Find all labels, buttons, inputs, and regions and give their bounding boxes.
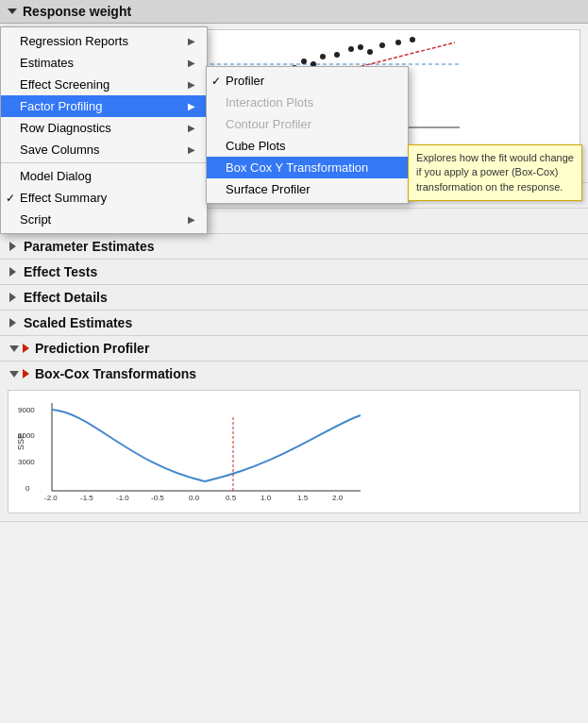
- arrow-icon: ▶: [188, 36, 195, 46]
- arrow-icon: ▶: [188, 79, 195, 90]
- menu-item-effect-summary[interactable]: ✓ Effect Summary: [1, 187, 207, 209]
- arrow-icon: ▶: [188, 58, 195, 68]
- arrow-icon: ▶: [188, 123, 195, 133]
- menu-item-effect-screening[interactable]: Effect Screening ▶: [1, 74, 207, 95]
- arrow-icon: ▶: [188, 214, 195, 225]
- tooltip-box: Explores how the fit would change if you…: [408, 144, 582, 201]
- submenu-item-surface-profiler[interactable]: Surface Profiler: [207, 178, 408, 200]
- submenu-item-contour-profiler[interactable]: Contour Profiler: [207, 113, 408, 135]
- menu-separator: [1, 162, 207, 163]
- menu-item-save-columns[interactable]: Save Columns ▶: [1, 139, 207, 160]
- context-menu: Regression Reports ▶ Estimates ▶ Effect …: [0, 26, 208, 234]
- menu-item-script[interactable]: Script ▶: [1, 209, 207, 230]
- checkmark-effect-summary: ✓: [6, 192, 15, 205]
- submenu-item-cube-plots[interactable]: Cube Plots: [207, 135, 408, 157]
- menu-item-model-dialog[interactable]: Model Dialog: [1, 165, 207, 187]
- checkmark-profiler: ✓: [211, 75, 221, 88]
- submenu-item-interaction-plots[interactable]: Interaction Plots: [207, 92, 408, 113]
- submenu-item-profiler[interactable]: ✓ Profiler: [207, 70, 408, 92]
- submenu-item-box-cox[interactable]: Box Cox Y Transformation: [207, 157, 408, 178]
- menu-item-row-diagnostics[interactable]: Row Diagnostics ▶: [1, 117, 207, 139]
- menu-item-estimates[interactable]: Estimates ▶: [1, 52, 207, 74]
- dropdown-overlay: Regression Reports ▶ Estimates ▶ Effect …: [0, 0, 588, 723]
- main-panel: Response weight 140 120 100 80 60 60 80 …: [0, 0, 588, 723]
- menu-item-factor-profiling[interactable]: Factor Profiling ▶: [1, 95, 207, 117]
- menu-item-regression-reports[interactable]: Regression Reports ▶: [1, 30, 207, 52]
- submenu-factor-profiling: ✓ Profiler Interaction Plots Contour Pro…: [206, 66, 409, 204]
- arrow-icon: ▶: [188, 101, 195, 111]
- arrow-icon: ▶: [188, 144, 195, 155]
